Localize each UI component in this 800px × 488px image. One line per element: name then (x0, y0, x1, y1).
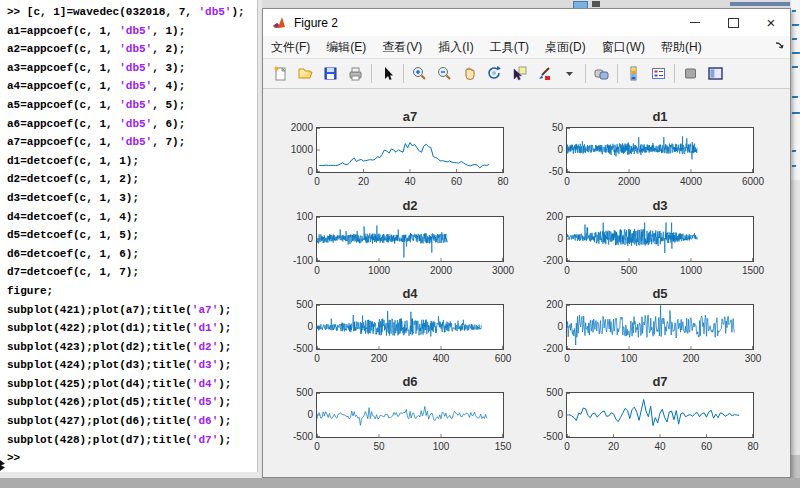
subplot-d1-line (567, 136, 697, 159)
data-cursor-icon[interactable] (507, 61, 532, 86)
rotate-3d-icon[interactable] (482, 61, 507, 86)
x-tick-label: 0 (292, 265, 342, 276)
zoom-out-icon[interactable] (432, 61, 457, 86)
subplot-d4-title: d4 (280, 286, 540, 301)
subplot-d7-axes[interactable] (566, 392, 754, 438)
code-line: subplot(425);plot(d4);title('d4'); (0, 375, 257, 394)
code-text: , 7); (152, 136, 185, 148)
subplot-d1-axes[interactable] (566, 127, 754, 173)
code-line: subplot(426);plot(d5);title('d5'); (0, 393, 257, 412)
background-text-fragment (592, 1, 600, 7)
code-line: a1=appcoef(c, 1, 'db5', 1); (0, 22, 257, 41)
link-plot-icon[interactable] (589, 61, 614, 86)
menu-item-5[interactable]: 桌面(D) (537, 36, 594, 58)
toolbar-separator (371, 64, 372, 83)
code-line: a6=appcoef(c, 1, 'db5', 6); (0, 115, 257, 134)
code-line: d3=detcoef(c, 1, 3); (0, 189, 257, 208)
subplot-d6-axes[interactable] (316, 392, 504, 438)
background-text-fragment (792, 52, 800, 54)
minimize-button[interactable] (676, 9, 714, 36)
background-text-fragment (792, 165, 797, 167)
menu-item-7[interactable]: 帮助(H) (653, 36, 710, 58)
code-string-literal: 'db5' (198, 6, 231, 18)
pan-icon[interactable] (457, 61, 482, 86)
code-text: subplot(427);plot(d6);title( (7, 415, 192, 427)
matlab-command-window[interactable]: >> [c, 1]=wavedec(032018, 7, 'db5');a1=a… (0, 0, 258, 472)
subplot-d3-axes[interactable] (566, 216, 754, 262)
figure-titlebar[interactable]: Figure 2 × (263, 9, 790, 36)
menubar-corner-arrow-icon[interactable] (774, 40, 786, 52)
code-text: d3=detcoef(c, 1, 3); (7, 192, 139, 204)
insert-legend-icon[interactable] (646, 61, 671, 86)
print-icon[interactable] (343, 61, 368, 86)
menu-item-3[interactable]: 插入(I) (430, 36, 481, 58)
code-line: d2=detcoef(c, 1, 2); (0, 170, 257, 189)
y-tick-label: 100 (271, 211, 313, 222)
code-text: ); (218, 434, 231, 446)
subplot-d4-axes[interactable] (316, 304, 504, 350)
code-text: , 1); (152, 25, 185, 37)
code-text: , 2); (152, 43, 185, 55)
y-tick-label: 0 (521, 321, 563, 332)
subplot-d6-title: d6 (280, 374, 540, 389)
x-tick-label: 0 (542, 441, 592, 452)
menu-item-2[interactable]: 查看(V) (374, 36, 430, 58)
menu-item-4[interactable]: 工具(T) (482, 36, 537, 58)
subplot-d5-axes[interactable] (566, 304, 754, 350)
subplot-d7-title: d7 (530, 374, 790, 389)
insert-colorbar-icon[interactable] (621, 61, 646, 86)
hide-plot-tools-icon[interactable] (678, 61, 703, 86)
code-text: subplot(424);plot(d3);title( (7, 359, 192, 371)
x-tick-label: 100 (604, 353, 654, 364)
x-tick-label: 4000 (666, 176, 716, 187)
code-line: subplot(424);plot(d3);title('d3'); (0, 356, 257, 375)
subplot-d3-title: d3 (530, 198, 790, 213)
x-tick-label: 0 (292, 176, 342, 187)
dropdown-caret-icon[interactable] (557, 61, 582, 86)
code-line: subplot(427);plot(d6);title('d6'); (0, 412, 257, 431)
new-file-icon[interactable] (268, 61, 293, 86)
code-text: d7=detcoef(c, 1, 7); (7, 266, 139, 278)
brush-icon[interactable] (532, 61, 557, 86)
y-tick-label: 200 (521, 211, 563, 222)
open-file-icon[interactable] (293, 61, 318, 86)
code-string-literal: 'a7' (192, 304, 218, 316)
x-tick-label: 300 (728, 353, 778, 364)
code-text: a4=appcoef(c, 1, (7, 80, 119, 92)
show-plot-tools-icon[interactable] (703, 61, 728, 86)
code-string-literal: 'db5' (119, 136, 152, 148)
code-text: a1=appcoef(c, 1, (7, 25, 119, 37)
code-text: ); (218, 304, 231, 316)
code-text: a2=appcoef(c, 1, (7, 43, 119, 55)
code-text: >> [c, 1]=wavedec(032018, 7, (7, 6, 198, 18)
pointer-icon[interactable] (375, 61, 400, 86)
menu-item-6[interactable]: 窗口(W) (594, 36, 653, 58)
code-text: d2=detcoef(c, 1, 2); (7, 173, 139, 185)
x-tick-label: 80 (728, 441, 778, 452)
menu-item-1[interactable]: 编辑(E) (318, 36, 374, 58)
subplot-d2-axes[interactable] (316, 216, 504, 262)
background-text-fragment (792, 24, 800, 26)
code-line: d6=detcoef(c, 1, 6); (0, 245, 257, 264)
code-text: a5=appcoef(c, 1, (7, 99, 119, 111)
subplot-d2-title: d2 (280, 198, 540, 213)
code-line: a7=appcoef(c, 1, 'db5', 7); (0, 133, 257, 152)
menu-item-0[interactable]: 文件(F) (263, 36, 318, 58)
subplot-a7-axes[interactable] (316, 127, 504, 173)
background-text-fragment (792, 112, 800, 114)
y-tick-label: 0 (521, 144, 563, 155)
y-tick-label: 1000 (271, 144, 313, 155)
y-tick-label: 0 (271, 409, 313, 420)
code-string-literal: 'db5' (119, 62, 152, 74)
code-text: subplot(423);plot(d2);title( (7, 341, 192, 353)
x-tick-label: 1500 (728, 265, 778, 276)
x-tick-label: 20 (339, 176, 389, 187)
background-text-fragment (792, 150, 797, 152)
zoom-in-icon[interactable] (407, 61, 432, 86)
subplot-a7-line (319, 143, 489, 168)
maximize-button[interactable] (714, 9, 752, 36)
code-text: subplot(426);plot(d5);title( (7, 396, 192, 408)
x-tick-label: 400 (416, 353, 466, 364)
close-button[interactable]: × (752, 9, 790, 36)
save-icon[interactable] (318, 61, 343, 86)
